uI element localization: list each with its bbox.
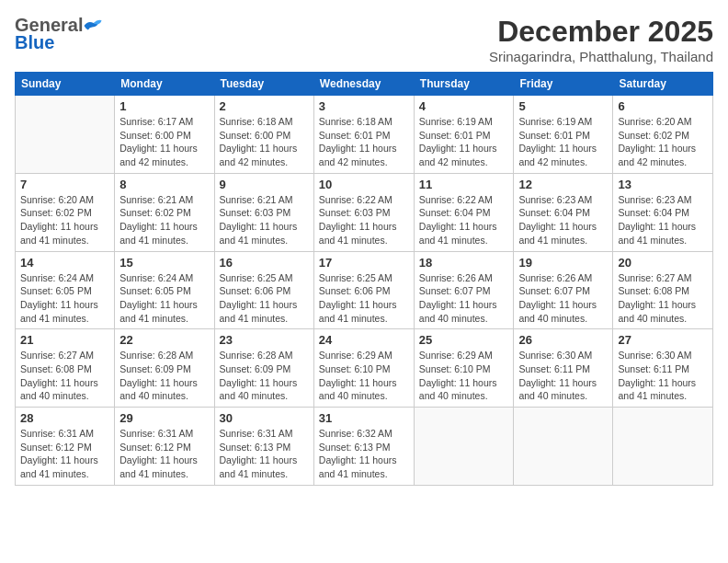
sunset-text: Sunset: 6:05 PM: [20, 285, 92, 296]
day-number: 22: [119, 333, 209, 347]
table-cell: 5Sunrise: 6:19 AMSunset: 6:01 PMDaylight…: [514, 96, 613, 174]
daylight-text-cont: and 41 minutes.: [220, 468, 289, 479]
day-number: 18: [419, 256, 509, 270]
week-row-1: 1Sunrise: 6:17 AMSunset: 6:00 PMDaylight…: [16, 96, 713, 174]
daylight-text: Daylight: 11 hours: [220, 454, 298, 465]
sunset-text: Sunset: 6:04 PM: [618, 207, 689, 218]
daylight-text-cont: and 42 minutes.: [618, 156, 687, 167]
table-cell: 17Sunrise: 6:25 AMSunset: 6:06 PMDayligh…: [313, 251, 414, 329]
daylight-text: Daylight: 11 hours: [319, 454, 397, 465]
day-info: Sunrise: 6:19 AMSunset: 6:01 PMDaylight:…: [518, 115, 608, 169]
day-info: Sunrise: 6:31 AMSunset: 6:12 PMDaylight:…: [119, 427, 209, 481]
daylight-text: Daylight: 11 hours: [319, 143, 397, 154]
daylight-text: Daylight: 11 hours: [319, 221, 397, 232]
week-row-5: 28Sunrise: 6:31 AMSunset: 6:12 PMDayligh…: [16, 408, 713, 486]
sunrise-text: Sunrise: 6:30 AM: [618, 350, 691, 361]
daylight-text: Daylight: 11 hours: [419, 377, 497, 388]
daylight-text: Daylight: 11 hours: [119, 221, 198, 232]
daylight-text: Daylight: 11 hours: [518, 143, 597, 154]
day-info: Sunrise: 6:19 AMSunset: 6:01 PMDaylight:…: [419, 115, 509, 169]
day-info: Sunrise: 6:26 AMSunset: 6:07 PMDaylight:…: [518, 271, 608, 326]
sunset-text: Sunset: 6:02 PM: [20, 207, 92, 218]
sunrise-text: Sunrise: 6:30 AM: [518, 350, 592, 361]
table-cell: 10Sunrise: 6:22 AMSunset: 6:03 PMDayligh…: [313, 173, 414, 251]
day-info: Sunrise: 6:21 AMSunset: 6:03 PMDaylight:…: [220, 193, 309, 247]
daylight-text: Daylight: 11 hours: [518, 221, 597, 232]
table-cell: [414, 408, 514, 486]
daylight-text-cont: and 41 minutes.: [319, 235, 388, 246]
sunset-text: Sunset: 6:04 PM: [419, 207, 491, 218]
daylight-text-cont: and 42 minutes.: [319, 156, 388, 167]
day-number: 25: [419, 333, 509, 347]
sunset-text: Sunset: 6:07 PM: [419, 285, 491, 296]
sunrise-text: Sunrise: 6:18 AM: [220, 116, 293, 127]
table-cell: 8Sunrise: 6:21 AMSunset: 6:02 PMDaylight…: [115, 173, 214, 251]
day-info: Sunrise: 6:26 AMSunset: 6:07 PMDaylight:…: [419, 271, 509, 326]
day-number: 23: [220, 333, 309, 347]
day-info: Sunrise: 6:23 AMSunset: 6:04 PMDaylight:…: [518, 193, 608, 247]
daylight-text-cont: and 41 minutes.: [20, 313, 89, 324]
table-cell: 7Sunrise: 6:20 AMSunset: 6:02 PMDaylight…: [16, 173, 115, 251]
day-number: 10: [319, 178, 409, 191]
table-cell: 2Sunrise: 6:18 AMSunset: 6:00 PMDaylight…: [214, 96, 313, 174]
day-info: Sunrise: 6:32 AMSunset: 6:13 PMDaylight:…: [319, 427, 409, 481]
day-info: Sunrise: 6:22 AMSunset: 6:03 PMDaylight:…: [319, 193, 409, 247]
sunrise-text: Sunrise: 6:18 AM: [319, 116, 392, 127]
day-number: 17: [319, 256, 409, 270]
sunset-text: Sunset: 6:06 PM: [319, 285, 391, 296]
table-cell: 16Sunrise: 6:25 AMSunset: 6:06 PMDayligh…: [214, 251, 313, 329]
sunset-text: Sunset: 6:02 PM: [119, 207, 191, 218]
day-number: 31: [319, 411, 409, 425]
day-info: Sunrise: 6:31 AMSunset: 6:13 PMDaylight:…: [220, 427, 309, 481]
day-number: 24: [319, 333, 409, 347]
table-cell: 26Sunrise: 6:30 AMSunset: 6:11 PMDayligh…: [514, 329, 613, 408]
day-number: 15: [119, 256, 209, 270]
month-title: December 2025: [489, 15, 713, 49]
sunrise-text: Sunrise: 6:29 AM: [419, 350, 493, 361]
sunset-text: Sunset: 6:05 PM: [119, 285, 191, 296]
daylight-text: Daylight: 11 hours: [618, 221, 696, 232]
sunset-text: Sunset: 6:13 PM: [220, 442, 291, 453]
daylight-text: Daylight: 11 hours: [618, 377, 696, 388]
day-info: Sunrise: 6:25 AMSunset: 6:06 PMDaylight:…: [220, 271, 309, 326]
day-number: 7: [20, 178, 109, 191]
day-number: 9: [220, 178, 309, 191]
sunset-text: Sunset: 6:02 PM: [618, 130, 689, 141]
sunset-text: Sunset: 6:09 PM: [119, 363, 191, 374]
sunrise-text: Sunrise: 6:28 AM: [220, 350, 293, 361]
day-info: Sunrise: 6:18 AMSunset: 6:00 PMDaylight:…: [220, 115, 309, 169]
daylight-text: Daylight: 11 hours: [319, 377, 397, 388]
table-cell: 30Sunrise: 6:31 AMSunset: 6:13 PMDayligh…: [214, 408, 313, 486]
day-number: 21: [20, 333, 109, 347]
table-cell: 29Sunrise: 6:31 AMSunset: 6:12 PMDayligh…: [115, 408, 214, 486]
table-cell: 20Sunrise: 6:27 AMSunset: 6:08 PMDayligh…: [613, 251, 713, 329]
sunrise-text: Sunrise: 6:28 AM: [119, 350, 193, 361]
table-cell: 1Sunrise: 6:17 AMSunset: 6:00 PMDaylight…: [115, 96, 214, 174]
table-cell: 18Sunrise: 6:26 AMSunset: 6:07 PMDayligh…: [414, 251, 514, 329]
sunrise-text: Sunrise: 6:26 AM: [419, 272, 493, 283]
sunset-text: Sunset: 6:10 PM: [419, 363, 491, 374]
sunset-text: Sunset: 6:00 PM: [220, 130, 291, 141]
daylight-text: Daylight: 11 hours: [319, 299, 397, 310]
week-row-2: 7Sunrise: 6:20 AMSunset: 6:02 PMDaylight…: [16, 173, 713, 251]
daylight-text: Daylight: 11 hours: [618, 299, 696, 310]
daylight-text: Daylight: 11 hours: [220, 299, 298, 310]
col-saturday: Saturday: [613, 73, 713, 96]
day-number: 6: [618, 99, 708, 113]
calendar-table: Sunday Monday Tuesday Wednesday Thursday…: [15, 72, 713, 486]
daylight-text: Daylight: 11 hours: [419, 299, 497, 310]
sunrise-text: Sunrise: 6:23 AM: [618, 194, 691, 205]
logo: General Blue: [15, 15, 103, 53]
day-number: 2: [220, 99, 309, 113]
table-cell: [613, 408, 713, 486]
sunset-text: Sunset: 6:12 PM: [20, 442, 92, 453]
daylight-text-cont: and 41 minutes.: [319, 468, 388, 479]
sunrise-text: Sunrise: 6:31 AM: [119, 428, 193, 439]
daylight-text-cont: and 41 minutes.: [220, 235, 289, 246]
sunrise-text: Sunrise: 6:19 AM: [518, 116, 592, 127]
table-cell: 11Sunrise: 6:22 AMSunset: 6:04 PMDayligh…: [414, 173, 514, 251]
sunset-text: Sunset: 6:11 PM: [518, 363, 590, 374]
table-cell: 13Sunrise: 6:23 AMSunset: 6:04 PMDayligh…: [613, 173, 713, 251]
sunset-text: Sunset: 6:04 PM: [518, 207, 590, 218]
sunset-text: Sunset: 6:09 PM: [220, 363, 291, 374]
